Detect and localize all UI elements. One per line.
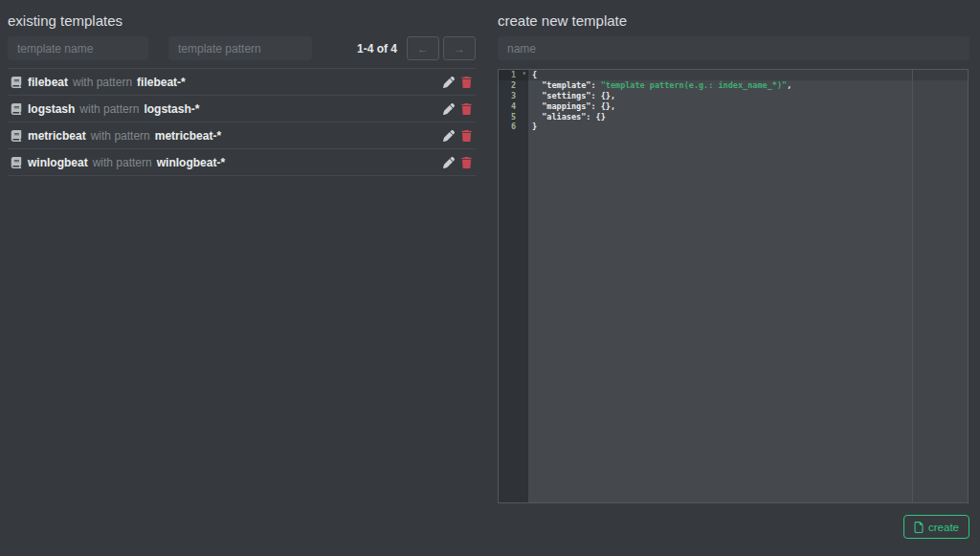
code-line: "mappings": {}, <box>528 101 968 112</box>
editor-gutter: 1▾23456 <box>499 70 528 502</box>
delete-template-button[interactable] <box>460 156 473 168</box>
template-name: filebeat <box>28 76 68 89</box>
template-name-filter-input[interactable] <box>8 36 148 60</box>
line-number: 6 <box>499 122 528 132</box>
row-actions <box>442 156 473 168</box>
book-icon <box>11 157 22 168</box>
line-number: 1▾ <box>499 70 528 80</box>
existing-templates-title: existing templates <box>8 12 476 29</box>
with-pattern-label: with pattern <box>79 102 139 116</box>
line-number: 3 <box>499 91 528 101</box>
trash-icon <box>461 130 472 142</box>
template-row: metricbeat with pattern metricbeat-* <box>8 122 476 149</box>
create-button-label: create <box>928 522 959 533</box>
template-name: logstash <box>28 102 75 116</box>
with-pattern-label: with pattern <box>91 129 150 143</box>
existing-templates-panel: existing templates 1-4 of 4 ← → filebeat… <box>8 0 476 176</box>
edit-template-button[interactable] <box>442 102 455 115</box>
json-editor[interactable]: 1▾23456 { "template": "template pattern(… <box>498 69 969 503</box>
template-row: winlogbeat with pattern winlogbeat-* <box>8 149 476 176</box>
line-number: 5 <box>499 112 528 122</box>
row-actions <box>442 76 473 88</box>
create-row: create <box>498 515 969 539</box>
edit-template-button[interactable] <box>442 129 455 142</box>
template-name-input[interactable] <box>498 36 969 60</box>
template-row: logstash with pattern logstash-* <box>8 96 476 122</box>
pencil-icon <box>443 157 455 168</box>
template-pattern: filebeat-* <box>137 76 186 89</box>
pagination-range-label: 1-4 of 4 <box>357 42 397 56</box>
book-icon <box>11 130 22 142</box>
line-number: 2 <box>499 80 528 91</box>
create-template-panel: create new template 1▾23456 { "template"… <box>498 0 969 539</box>
code-line: "template": "template pattern(e.g.: inde… <box>528 80 968 91</box>
code-line: "aliases": {} <box>528 112 968 122</box>
with-pattern-label: with pattern <box>73 76 132 89</box>
edit-template-button[interactable] <box>442 156 455 168</box>
page: { "left_panel": { "title": "existing tem… <box>0 0 980 556</box>
row-actions <box>442 129 473 142</box>
create-template-title: create new template <box>498 12 969 29</box>
template-pattern: winlogbeat-* <box>157 156 225 169</box>
create-button[interactable]: create <box>903 515 969 539</box>
next-page-button[interactable]: → <box>443 36 476 60</box>
template-pattern: logstash-* <box>144 102 199 116</box>
right-arrow-icon: → <box>454 42 465 56</box>
delete-template-button[interactable] <box>460 102 473 115</box>
templates-list: filebeat with pattern filebeat-* logstas… <box>8 68 476 176</box>
editor-code[interactable]: { "template": "template pattern(e.g.: in… <box>528 70 968 502</box>
row-actions <box>442 102 473 115</box>
template-pattern-filter-input[interactable] <box>168 36 312 60</box>
filter-row: 1-4 of 4 ← → <box>8 36 476 60</box>
code-line: { <box>528 70 968 80</box>
edit-template-button[interactable] <box>442 76 455 88</box>
pencil-icon <box>443 103 455 115</box>
template-row-label: metricbeat with pattern metricbeat-* <box>11 129 221 143</box>
template-row-label: filebeat with pattern filebeat-* <box>11 76 186 89</box>
template-name: metricbeat <box>28 129 86 143</box>
fold-toggle-icon[interactable]: ▾ <box>522 69 526 79</box>
trash-icon <box>461 103 472 115</box>
pencil-icon <box>443 77 455 88</box>
template-pattern: metricbeat-* <box>155 129 221 143</box>
line-number: 4 <box>499 101 528 112</box>
file-icon <box>914 522 924 533</box>
left-arrow-icon: ← <box>417 42 429 56</box>
trash-icon <box>461 157 472 168</box>
code-line: } <box>528 122 968 132</box>
template-row-label: winlogbeat with pattern winlogbeat-* <box>11 156 225 169</box>
prev-page-button[interactable]: ← <box>407 36 439 60</box>
with-pattern-label: with pattern <box>93 156 152 169</box>
code-line: "settings": {}, <box>528 91 968 101</box>
trash-icon <box>461 77 472 88</box>
pencil-icon <box>443 130 455 142</box>
template-row-label: logstash with pattern logstash-* <box>11 102 199 116</box>
template-name: winlogbeat <box>28 156 88 169</box>
delete-template-button[interactable] <box>460 76 473 88</box>
template-row: filebeat with pattern filebeat-* <box>8 69 476 96</box>
delete-template-button[interactable] <box>460 129 473 142</box>
book-icon <box>11 103 22 115</box>
book-icon <box>11 77 22 88</box>
